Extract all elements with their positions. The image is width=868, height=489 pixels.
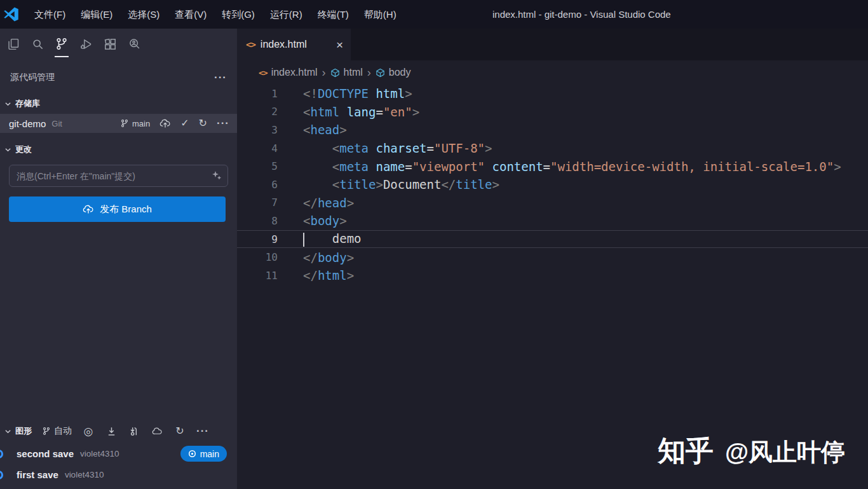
activity-item-run-debug[interactable] bbox=[74, 29, 98, 59]
menu-item-3[interactable]: 查看(V) bbox=[167, 0, 214, 29]
menu-item-6[interactable]: 终端(T) bbox=[310, 0, 356, 29]
repository-row[interactable]: git-demo Git main ✓ ↻ ··· bbox=[0, 114, 237, 133]
breadcrumb: <>index.html›html›body bbox=[237, 60, 868, 85]
refresh-icon: ↻ bbox=[175, 426, 184, 436]
publish-changes-button[interactable] bbox=[159, 118, 171, 129]
repository-provider: Git bbox=[51, 119, 62, 128]
publish-branch-button[interactable]: 发布 Branch bbox=[9, 196, 226, 222]
repository-more-actions-icon[interactable]: ··· bbox=[217, 120, 229, 127]
breadcrumb-separator: › bbox=[322, 66, 326, 79]
commit-row-1[interactable]: first saveviolet4310 bbox=[0, 464, 237, 485]
breadcrumb-label: index.html bbox=[271, 67, 318, 78]
chevron-down-icon bbox=[4, 100, 11, 107]
tab-index-html[interactable]: <> index.html × bbox=[237, 29, 351, 60]
line-number: 8 bbox=[237, 215, 278, 227]
activity-item-source-control[interactable] bbox=[50, 29, 74, 59]
code-line-1[interactable]: 1<!DOCTYPE html> bbox=[237, 85, 868, 103]
menu-item-5[interactable]: 运行(R) bbox=[262, 0, 310, 29]
refresh-icon: ↻ bbox=[199, 118, 207, 128]
code-text: <!DOCTYPE html> bbox=[303, 86, 412, 100]
watermark-brand: 知乎 bbox=[658, 432, 714, 470]
vscode-window: 文件(F)编辑(E)选择(S)查看(V)转到(G)运行(R)终端(T)帮助(H)… bbox=[0, 0, 868, 489]
code-line-5[interactable]: 5 <meta name="viewport" content="width=d… bbox=[237, 157, 868, 176]
code-text: demo bbox=[303, 231, 362, 247]
code-line-4[interactable]: 4 <meta charset="UTF-8"> bbox=[237, 139, 868, 158]
commit-list: second saveviolet4310mainfirst saveviole… bbox=[0, 443, 237, 485]
code-line-2[interactable]: 2<html lang="en"> bbox=[237, 103, 868, 121]
commit-author: violet4310 bbox=[65, 470, 104, 479]
code-editor: 1<!DOCTYPE html>2<html lang="en">3<head>… bbox=[237, 85, 868, 285]
repositories-section-header[interactable]: 存储库 bbox=[0, 96, 237, 111]
code-line-7[interactable]: 7</head> bbox=[237, 194, 868, 212]
line-number: 1 bbox=[237, 88, 278, 100]
line-number: 11 bbox=[237, 270, 278, 282]
code-text: <meta name="viewport" content="width=dev… bbox=[303, 160, 841, 174]
refresh-button[interactable]: ↻ bbox=[199, 118, 207, 128]
code-text: <body> bbox=[303, 214, 347, 228]
code-line-6[interactable]: 6 <title>Document</title> bbox=[237, 176, 868, 194]
git-branch-icon bbox=[120, 119, 129, 128]
graph-section-header[interactable]: 图形 bbox=[4, 425, 32, 437]
remote-explorer-icon bbox=[128, 38, 141, 51]
target-icon: ◎ bbox=[84, 426, 93, 437]
code-line-8[interactable]: 8<body> bbox=[237, 212, 868, 230]
goto-current-commit-button[interactable]: ◎ bbox=[77, 426, 100, 437]
changes-label: 更改 bbox=[15, 144, 32, 155]
activity-item-extensions[interactable] bbox=[98, 29, 122, 59]
fetch-button[interactable] bbox=[100, 426, 123, 437]
branch-badge: main bbox=[180, 446, 227, 462]
pull-push-button[interactable] bbox=[123, 426, 146, 437]
commit-row-0[interactable]: second saveviolet4310main bbox=[0, 443, 237, 464]
extensions-icon bbox=[104, 38, 117, 51]
code-line-9[interactable]: 9 demo bbox=[237, 230, 868, 249]
tab-close-icon[interactable]: × bbox=[336, 39, 343, 51]
menu-item-0[interactable]: 文件(F) bbox=[27, 0, 73, 29]
refresh-graph-button[interactable]: ↻ bbox=[168, 426, 191, 436]
code-text: </head> bbox=[303, 196, 354, 210]
breadcrumb-label: body bbox=[389, 67, 411, 78]
cloud-upload-icon bbox=[83, 203, 94, 215]
checkout-branch-button[interactable]: main bbox=[120, 119, 150, 128]
breadcrumb-separator: › bbox=[367, 66, 371, 79]
code-text: <html lang="en"> bbox=[303, 105, 419, 119]
code-line-10[interactable]: 10</body> bbox=[237, 248, 868, 266]
git-fetch-icon bbox=[106, 426, 117, 437]
code-line-3[interactable]: 3<head> bbox=[237, 121, 868, 139]
breadcrumb-item-body[interactable]: body bbox=[376, 67, 411, 78]
symbol-cube-icon bbox=[376, 68, 385, 78]
more-actions-icon[interactable]: ··· bbox=[214, 74, 227, 81]
code-text: <meta charset="UTF-8"> bbox=[303, 141, 492, 155]
line-number: 5 bbox=[237, 160, 278, 172]
commit-button[interactable]: ✓ bbox=[180, 118, 189, 128]
vscode-logo-icon bbox=[3, 6, 19, 22]
commit-input-wrap bbox=[9, 165, 228, 187]
commit-message-input[interactable] bbox=[9, 165, 228, 187]
activity-item-remote-explorer[interactable] bbox=[122, 29, 146, 59]
auto-branch-picker[interactable]: 自动 bbox=[42, 425, 72, 437]
commit-node-icon bbox=[0, 471, 3, 479]
editor-area: <> index.html × <>index.html›html›body 1… bbox=[237, 29, 868, 489]
menu-item-7[interactable]: 帮助(H) bbox=[356, 0, 404, 29]
repository-name: git-demo bbox=[9, 118, 46, 129]
search-icon bbox=[31, 38, 44, 51]
menu-item-2[interactable]: 选择(S) bbox=[120, 0, 167, 29]
sidebar: 源代码管理 ··· 存储库 git-demo Git main bbox=[0, 29, 237, 489]
explorer-icon bbox=[7, 38, 20, 51]
activity-item-search[interactable] bbox=[25, 29, 50, 59]
menu-item-4[interactable]: 转到(G) bbox=[214, 0, 262, 29]
changes-section-header[interactable]: 更改 bbox=[0, 142, 237, 157]
cloud-upload-icon bbox=[159, 118, 171, 129]
graph-more-actions-icon[interactable]: ··· bbox=[191, 428, 214, 434]
breadcrumb-item-html[interactable]: html bbox=[330, 67, 363, 78]
activity-item-explorer[interactable] bbox=[1, 29, 25, 59]
commit-author: violet4310 bbox=[80, 449, 119, 458]
generate-commit-message-icon[interactable] bbox=[212, 170, 222, 181]
graph-label: 图形 bbox=[15, 425, 32, 437]
menu-item-1[interactable]: 编辑(E) bbox=[73, 0, 120, 29]
breadcrumb-item-index.html[interactable]: <>index.html bbox=[259, 67, 318, 78]
git-branch-icon bbox=[42, 427, 51, 436]
code-text: </html> bbox=[303, 268, 354, 282]
cloud-icon[interactable] bbox=[146, 426, 168, 437]
line-number: 6 bbox=[237, 179, 278, 191]
code-line-11[interactable]: 11</html> bbox=[237, 266, 868, 285]
